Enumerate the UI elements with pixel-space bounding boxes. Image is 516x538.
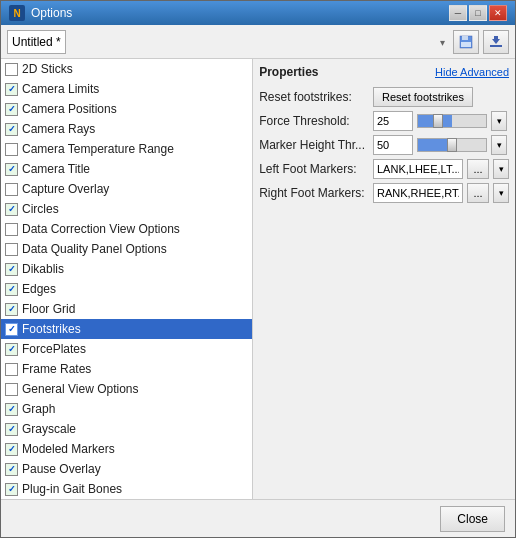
list-item-2d-sticks[interactable]: 2D Sticks bbox=[1, 59, 252, 79]
checkbox-camera-title[interactable] bbox=[5, 163, 18, 176]
profile-select-wrapper: Untitled * bbox=[7, 30, 449, 54]
left-foot-value: ... ▾ bbox=[373, 159, 509, 179]
item-label-camera-rays: Camera Rays bbox=[22, 122, 95, 136]
force-threshold-slider[interactable] bbox=[417, 114, 487, 128]
checkbox-edges[interactable] bbox=[5, 283, 18, 296]
title-bar: N Options ─ □ ✕ bbox=[1, 1, 515, 25]
title-bar-left: N Options bbox=[9, 5, 72, 21]
checkbox-camera-rays[interactable] bbox=[5, 123, 18, 136]
checkbox-camera-temp-range[interactable] bbox=[5, 143, 18, 156]
item-label-capture-overlay: Capture Overlay bbox=[22, 182, 109, 196]
item-label-modeled-markers: Modeled Markers bbox=[22, 442, 115, 456]
list-item-forceplates[interactable]: ForcePlates bbox=[1, 339, 252, 359]
right-foot-browse-button[interactable]: ... bbox=[467, 183, 489, 203]
item-label-floor-grid: Floor Grid bbox=[22, 302, 75, 316]
checkbox-2d-sticks[interactable] bbox=[5, 63, 18, 76]
reset-footstrikes-value: Reset footstrikes bbox=[373, 87, 509, 107]
properties-header: Properties Hide Advanced bbox=[259, 65, 509, 79]
force-threshold-dropdown[interactable]: ▾ bbox=[491, 111, 507, 131]
checkbox-capture-overlay[interactable] bbox=[5, 183, 18, 196]
list-item-grayscale[interactable]: Grayscale bbox=[1, 419, 252, 439]
right-foot-dropdown[interactable]: ▾ bbox=[493, 183, 509, 203]
list-item-dikablis[interactable]: Dikablis bbox=[1, 259, 252, 279]
checkbox-floor-grid[interactable] bbox=[5, 303, 18, 316]
svg-rect-4 bbox=[494, 36, 498, 39]
checkbox-general-view[interactable] bbox=[5, 383, 18, 396]
item-label-circles: Circles bbox=[22, 202, 59, 216]
checkbox-dikablis[interactable] bbox=[5, 263, 18, 276]
left-foot-input[interactable] bbox=[373, 159, 463, 179]
force-threshold-label: Force Threshold: bbox=[259, 114, 365, 128]
list-item-graph[interactable]: Graph bbox=[1, 399, 252, 419]
left-foot-dropdown[interactable]: ▾ bbox=[493, 159, 509, 179]
window-close-button[interactable]: ✕ bbox=[489, 5, 507, 21]
list-item-camera-limits[interactable]: Camera Limits bbox=[1, 79, 252, 99]
checkbox-camera-limits[interactable] bbox=[5, 83, 18, 96]
item-label-plug-in-gait: Plug-in Gait Bones bbox=[22, 482, 122, 496]
minimize-button[interactable]: ─ bbox=[449, 5, 467, 21]
footer: Close bbox=[1, 499, 515, 537]
list-item-camera-rays[interactable]: Camera Rays bbox=[1, 119, 252, 139]
list-item-camera-positions[interactable]: Camera Positions bbox=[1, 99, 252, 119]
marker-height-label: Marker Height Thr... bbox=[259, 138, 365, 152]
checkbox-graph[interactable] bbox=[5, 403, 18, 416]
list-item-frame-rates[interactable]: Frame Rates bbox=[1, 359, 252, 379]
force-threshold-input[interactable] bbox=[373, 111, 413, 131]
right-foot-input[interactable] bbox=[373, 183, 463, 203]
close-dialog-button[interactable]: Close bbox=[440, 506, 505, 532]
svg-marker-3 bbox=[492, 39, 500, 44]
checkbox-frame-rates[interactable] bbox=[5, 363, 18, 376]
right-foot-value: ... ▾ bbox=[373, 183, 509, 203]
checkbox-modeled-markers[interactable] bbox=[5, 443, 18, 456]
checkbox-camera-positions[interactable] bbox=[5, 103, 18, 116]
left-panel: 2D SticksCamera LimitsCamera PositionsCa… bbox=[1, 59, 253, 499]
list-item-general-view[interactable]: General View Options bbox=[1, 379, 252, 399]
list-item-capture-overlay[interactable]: Capture Overlay bbox=[1, 179, 252, 199]
export-button[interactable] bbox=[483, 30, 509, 54]
list-item-floor-grid[interactable]: Floor Grid bbox=[1, 299, 252, 319]
checkbox-data-quality[interactable] bbox=[5, 243, 18, 256]
profile-select[interactable]: Untitled * bbox=[7, 30, 66, 54]
checkbox-data-correction[interactable] bbox=[5, 223, 18, 236]
item-label-general-view: General View Options bbox=[22, 382, 139, 396]
item-label-dikablis: Dikablis bbox=[22, 262, 64, 276]
checkbox-footstrikes[interactable] bbox=[5, 323, 18, 336]
checkbox-grayscale[interactable] bbox=[5, 423, 18, 436]
main-content: 2D SticksCamera LimitsCamera PositionsCa… bbox=[1, 59, 515, 499]
list-item-footstrikes[interactable]: Footstrikes bbox=[1, 319, 252, 339]
list-item-plug-in-gait[interactable]: Plug-in Gait Bones bbox=[1, 479, 252, 499]
reset-footstrikes-button[interactable]: Reset footstrikes bbox=[373, 87, 473, 107]
left-foot-label: Left Foot Markers: bbox=[259, 162, 365, 176]
marker-height-input[interactable] bbox=[373, 135, 413, 155]
save-button[interactable] bbox=[453, 30, 479, 54]
item-label-pause-overlay: Pause Overlay bbox=[22, 462, 101, 476]
item-label-data-quality: Data Quality Panel Options bbox=[22, 242, 167, 256]
checkbox-circles[interactable] bbox=[5, 203, 18, 216]
marker-height-slider[interactable] bbox=[417, 138, 487, 152]
left-foot-browse-button[interactable]: ... bbox=[467, 159, 489, 179]
item-label-edges: Edges bbox=[22, 282, 56, 296]
svg-rect-1 bbox=[462, 36, 468, 40]
list-item-pause-overlay[interactable]: Pause Overlay bbox=[1, 459, 252, 479]
item-label-footstrikes: Footstrikes bbox=[22, 322, 81, 336]
checkbox-plug-in-gait[interactable] bbox=[5, 483, 18, 496]
toolbar: Untitled * bbox=[1, 25, 515, 59]
list-item-modeled-markers[interactable]: Modeled Markers bbox=[1, 439, 252, 459]
marker-height-dropdown[interactable]: ▾ bbox=[491, 135, 507, 155]
list-item-camera-title[interactable]: Camera Title bbox=[1, 159, 252, 179]
properties-grid: Reset footstrikes: Reset footstrikes For… bbox=[259, 87, 509, 203]
item-label-data-correction: Data Correction View Options bbox=[22, 222, 180, 236]
checkbox-forceplates[interactable] bbox=[5, 343, 18, 356]
checkbox-pause-overlay[interactable] bbox=[5, 463, 18, 476]
list-item-data-correction[interactable]: Data Correction View Options bbox=[1, 219, 252, 239]
maximize-button[interactable]: □ bbox=[469, 5, 487, 21]
list-item-circles[interactable]: Circles bbox=[1, 199, 252, 219]
force-threshold-value: ▾ bbox=[373, 111, 509, 131]
list-item-camera-temp-range[interactable]: Camera Temperature Range bbox=[1, 139, 252, 159]
list-item-edges[interactable]: Edges bbox=[1, 279, 252, 299]
hide-advanced-button[interactable]: Hide Advanced bbox=[435, 66, 509, 78]
item-label-forceplates: ForcePlates bbox=[22, 342, 86, 356]
window-title: Options bbox=[31, 6, 72, 20]
list-item-data-quality[interactable]: Data Quality Panel Options bbox=[1, 239, 252, 259]
options-list[interactable]: 2D SticksCamera LimitsCamera PositionsCa… bbox=[1, 59, 252, 499]
